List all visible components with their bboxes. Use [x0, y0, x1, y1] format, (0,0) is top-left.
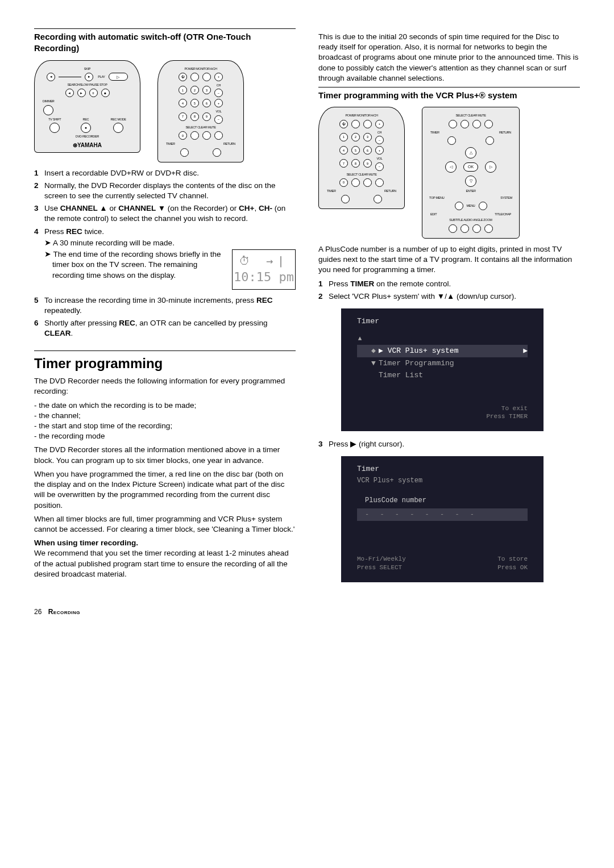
tp-p3: When you have programmed the timer, a re…	[34, 469, 296, 511]
recmode-button	[113, 123, 123, 133]
spin-time-para: This is due to the initial 20 seconds of…	[318, 32, 580, 84]
timer-prog-heading: Timer programming	[34, 350, 296, 373]
vol-minus-icon: −	[214, 115, 223, 124]
stop-icon: ■	[101, 89, 110, 97]
select-button	[190, 131, 199, 140]
clear-button	[202, 131, 211, 140]
remote-nav: SELECT CLEAR MUTE TIMERRETURN △ ▽ ◁ ▷ OK…	[422, 107, 520, 239]
remote-transport: SKIP ◄ ► PLAY ▷ SEARCH/SLOW PAUSE STOP ◄…	[34, 60, 140, 153]
search-fwd-icon: ►	[77, 89, 86, 97]
pluscode-field: - - - - - - - -	[357, 508, 528, 521]
tp-p4: When all timer blocks are full, timer pr…	[34, 514, 296, 535]
cursor-down-icon: ▽	[465, 176, 476, 187]
osd-timer-menu: Timer ▲ ◆▶ VCR Plus+ system▶ ▼Timer Prog…	[341, 308, 544, 431]
osd-item-timerprog: ▼Timer Programming	[357, 357, 528, 370]
vcrplus-heading: Timer programming with the VCR Plus+® sy…	[318, 87, 580, 101]
play-icon: ▷	[109, 73, 128, 81]
dimmer-button	[43, 105, 53, 115]
tp-bullets: - the date on which the recording is to …	[34, 400, 296, 442]
osd-item-timerlist: Timer List	[357, 369, 528, 382]
tvshift-button	[49, 123, 60, 133]
search-back-icon: ◄	[65, 89, 74, 97]
skip-fwd-icon: ►	[85, 73, 93, 81]
monitor-button	[190, 73, 199, 81]
brand-logo: ⊛YAMAHA	[40, 141, 134, 149]
cursor-right-icon: ▷	[485, 161, 496, 173]
tp-intro: The DVD Recorder needs the following inf…	[34, 376, 296, 397]
power-icon: ⏻	[179, 73, 187, 81]
osd-pluscode-entry: Timer VCR Plus+ system PlusCode number -…	[341, 456, 544, 582]
remote-numeric-2: POWER MONITOR A/CH ⏻+ 123CH− 456+ 789VOL…	[318, 107, 405, 209]
step4-sub1: A 30 minute recording will be made.	[44, 238, 296, 248]
num-0: 0	[179, 131, 187, 140]
remote-numeric: POWER MONITOR A/CH ⏻ + 1 2 3 CH− 4 5 6	[157, 60, 244, 162]
return-button	[213, 148, 221, 157]
tp-p5: When using timer recording.We recommend …	[34, 538, 296, 579]
timer-button	[180, 148, 189, 157]
ch-minus-icon: −	[214, 89, 223, 97]
num-6: 6	[202, 99, 211, 107]
remote-figures-otr: SKIP ◄ ► PLAY ▷ SEARCH/SLOW PAUSE STOP ◄…	[34, 60, 296, 162]
clock-figure: ⏱ →| 10:15 pm	[232, 249, 296, 290]
vcrplus-step3: 3Press ▶ (right cursor).	[318, 439, 580, 449]
page-footer: 26 Recording	[34, 607, 580, 616]
num-1: 1	[179, 86, 187, 94]
vol-plus-icon: +	[214, 99, 223, 107]
otr-steps: 1Insert a recordable DVD+RW or DVD+R dis…	[34, 168, 296, 339]
rec-button: ●	[81, 123, 91, 133]
mute-icon	[214, 131, 223, 140]
cursor-left-icon: ◁	[445, 161, 457, 173]
pause-icon: II	[89, 89, 98, 97]
osd-item-vcrplus: ◆▶ VCR Plus+ system▶	[357, 345, 528, 357]
num-2: 2	[190, 86, 199, 94]
cursor-up-icon: △	[465, 147, 476, 158]
pluscode-para: A PlusCode number is a number of up to e…	[318, 244, 580, 276]
power-icon: ⏻	[339, 120, 348, 128]
vcrplus-steps-a: 1Press TIMER on the remote control. 2Sel…	[318, 279, 580, 302]
ok-button: OK	[463, 162, 478, 172]
ch-plus-icon: +	[214, 73, 223, 81]
num-7: 7	[179, 112, 187, 121]
otr-heading: Recording with automatic switch-off (OTR…	[34, 28, 296, 55]
skip-back-icon: ◄	[47, 73, 55, 81]
num-9: 9	[202, 112, 211, 121]
num-5: 5	[190, 99, 199, 107]
num-3: 3	[202, 86, 211, 94]
num-8: 8	[190, 112, 199, 121]
tp-p2: The DVD Recorder stores all the informat…	[34, 445, 296, 465]
ach-button	[202, 73, 211, 81]
remote-figures-vcrplus: POWER MONITOR A/CH ⏻+ 123CH− 456+ 789VOL…	[318, 107, 580, 239]
num-4: 4	[179, 99, 187, 107]
